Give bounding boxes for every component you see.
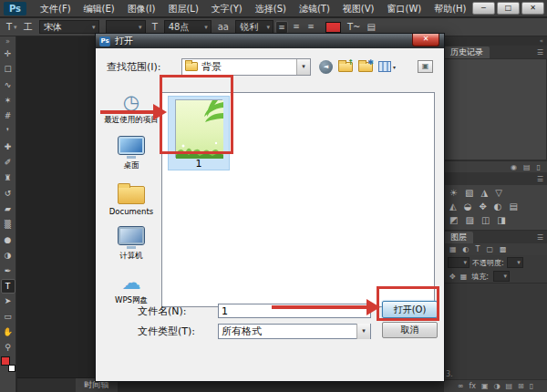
snapshot-icon[interactable]: ◉ bbox=[511, 163, 517, 171]
up-one-level-icon[interactable]: ↑ bbox=[338, 62, 353, 72]
adjustment-icon[interactable]: ▨ bbox=[465, 215, 473, 226]
dialog-title-bar[interactable]: Ps 打开 ✕ bbox=[96, 34, 444, 48]
gradient-tool[interactable]: ▒ bbox=[1, 217, 15, 232]
tab-history[interactable]: 历史记录 bbox=[444, 46, 490, 58]
background-color-swatch[interactable] bbox=[8, 365, 15, 372]
blur-tool[interactable]: ● bbox=[1, 232, 15, 248]
adjustment-icon[interactable]: ◐ bbox=[494, 201, 502, 212]
font-style-select[interactable]: ▾ bbox=[106, 20, 146, 34]
lock-pixels-icon[interactable]: ▦ bbox=[460, 273, 468, 281]
type-tool[interactable]: T bbox=[1, 279, 15, 294]
adjustment-icon[interactable]: ◒ bbox=[464, 201, 472, 212]
menu-type[interactable]: 文字(Y) bbox=[205, 0, 249, 17]
new-layer-icon[interactable]: ⊞ bbox=[518, 382, 524, 390]
warp-text-icon[interactable]: T~ bbox=[347, 22, 361, 32]
sidebar-item-documents[interactable]: Documents bbox=[103, 182, 160, 216]
align-center-icon[interactable]: ≡ bbox=[290, 21, 303, 34]
layer-group-icon[interactable]: ▤ bbox=[506, 382, 513, 390]
collapse-toolbox-icon[interactable]: » bbox=[5, 36, 10, 46]
menu-view[interactable]: 视图(V) bbox=[336, 0, 381, 17]
adjustment-icon[interactable]: ☀ bbox=[449, 188, 458, 199]
pen-tool[interactable]: ✒ bbox=[1, 263, 15, 279]
back-icon[interactable]: ◄ bbox=[319, 60, 333, 74]
menu-edit[interactable]: 编辑(E) bbox=[77, 0, 121, 17]
filter-kind-icon[interactable]: ▦ bbox=[449, 245, 457, 253]
type-tool-preset-icon[interactable]: T bbox=[6, 22, 12, 32]
minimize-button[interactable]: ─ bbox=[472, 2, 495, 15]
adjustment-icon[interactable]: ✥ bbox=[479, 201, 486, 212]
menu-filter[interactable]: 滤镜(T) bbox=[293, 0, 336, 17]
adjustment-icon[interactable]: ▧ bbox=[465, 188, 473, 199]
menu-help[interactable]: 帮助(H) bbox=[428, 0, 472, 17]
layer-mask-icon[interactable]: ▣ bbox=[481, 382, 489, 390]
quick-selection-tool[interactable]: ✶ bbox=[1, 93, 15, 108]
menu-file[interactable]: 文件(F) bbox=[34, 0, 77, 17]
text-orientation-icon[interactable]: 工 bbox=[24, 21, 33, 34]
brush-tool[interactable]: ✐ bbox=[1, 155, 15, 170]
sidebar-item-recent[interactable]: ◷ 最近使用的项目 bbox=[103, 92, 160, 126]
dodge-tool[interactable]: ◑ bbox=[1, 248, 15, 263]
blend-mode-select[interactable]: ▾ bbox=[448, 257, 470, 268]
panel-menu-icon[interactable]: ☰ bbox=[537, 46, 547, 58]
path-selection-tool[interactable]: ➤ bbox=[1, 294, 15, 309]
look-in-select[interactable]: 背景 ▾ bbox=[181, 58, 311, 76]
layer-effects-icon[interactable]: fx bbox=[469, 382, 476, 390]
panel-menu-icon[interactable]: ☰ bbox=[537, 173, 547, 185]
filter-shape-icon[interactable]: ▢ bbox=[486, 245, 493, 253]
toggle-panels-icon[interactable]: ▤ bbox=[367, 22, 376, 32]
dialog-close-button[interactable]: ✕ bbox=[412, 34, 439, 46]
zoom-tool[interactable]: ⚲ bbox=[1, 340, 15, 356]
adjustment-icon[interactable]: ◩ bbox=[449, 215, 458, 226]
view-menu-icon[interactable]: ▾ bbox=[378, 61, 396, 72]
crop-tool[interactable]: # bbox=[1, 108, 15, 124]
filter-smart-object-icon[interactable]: ▩ bbox=[500, 245, 507, 253]
align-right-icon[interactable]: ≡ bbox=[304, 21, 317, 34]
preview-pane-icon[interactable]: ▣ bbox=[418, 60, 433, 73]
adjustment-icon[interactable]: ◨ bbox=[497, 215, 505, 226]
collapse-panels-icon[interactable]: « bbox=[444, 36, 547, 46]
chevron-down-icon[interactable]: ▾ bbox=[356, 324, 370, 339]
close-button[interactable]: ✕ bbox=[521, 2, 544, 15]
menu-layer[interactable]: 图层(L) bbox=[161, 0, 204, 17]
chevron-down-icon[interactable]: ▾ bbox=[296, 59, 310, 75]
adjustment-icon[interactable]: ▤ bbox=[510, 201, 518, 212]
new-folder-icon[interactable]: ✱ bbox=[358, 62, 373, 72]
clone-stamp-tool[interactable]: ♜ bbox=[1, 170, 15, 186]
delete-state-icon[interactable]: ▯ bbox=[537, 163, 541, 171]
rectangle-tool[interactable]: ▭ bbox=[1, 309, 15, 325]
new-document-from-state-icon[interactable]: ▤ bbox=[523, 163, 531, 171]
filter-image-icon[interactable]: ◐ bbox=[463, 245, 470, 253]
opacity-select[interactable]: ▾ bbox=[507, 257, 523, 268]
menu-image[interactable]: 图像(I) bbox=[121, 0, 162, 17]
sidebar-item-desktop[interactable]: 桌面 bbox=[103, 137, 160, 171]
cancel-button[interactable]: 取消 bbox=[382, 322, 438, 338]
file-type-select[interactable]: 所有格式 ▾ bbox=[218, 324, 371, 339]
filter-type-icon[interactable]: T bbox=[476, 245, 480, 253]
fill-select[interactable]: ▾ bbox=[493, 271, 510, 282]
menu-select[interactable]: 选择(S) bbox=[249, 0, 293, 17]
move-tool[interactable]: ✛ bbox=[1, 46, 15, 62]
menu-window[interactable]: 窗口(W) bbox=[380, 0, 428, 17]
history-brush-tool[interactable]: ↺ bbox=[1, 186, 15, 201]
eyedropper-tool[interactable]: ❜ bbox=[1, 124, 15, 139]
marquee-tool[interactable]: ☐ bbox=[1, 62, 15, 77]
adjustment-icon[interactable]: ◮ bbox=[480, 188, 488, 199]
font-size-select[interactable]: 48点 ▾ bbox=[164, 20, 212, 34]
sidebar-item-computer[interactable]: 计算机 bbox=[103, 227, 160, 262]
delete-layer-icon[interactable]: ▯ bbox=[530, 382, 533, 390]
sidebar-item-wps-drive[interactable]: ☁ WPS网盘 bbox=[103, 273, 160, 306]
link-layers-icon[interactable]: ∞ bbox=[458, 382, 464, 390]
preset-dropdown-icon[interactable]: ▾ bbox=[14, 24, 17, 31]
anti-alias-select[interactable]: 锐利 ▾ bbox=[235, 20, 274, 34]
font-family-select[interactable]: 宋体 ▾ bbox=[39, 20, 99, 34]
lasso-tool[interactable]: ∿ bbox=[1, 77, 15, 93]
lock-position-icon[interactable]: ✥ bbox=[449, 273, 456, 281]
eraser-tool[interactable]: ▰ bbox=[1, 201, 15, 217]
adjustment-icon[interactable]: ▽ bbox=[495, 188, 502, 199]
maximize-button[interactable]: □ bbox=[497, 2, 520, 15]
healing-brush-tool[interactable]: ✚ bbox=[1, 139, 15, 155]
adjustment-icon[interactable]: ◭ bbox=[449, 201, 457, 212]
foreground-color-swatch[interactable] bbox=[1, 356, 10, 366]
tab-layers[interactable]: 图层 bbox=[444, 232, 473, 243]
panel-menu-icon[interactable]: ☰ bbox=[537, 232, 547, 243]
